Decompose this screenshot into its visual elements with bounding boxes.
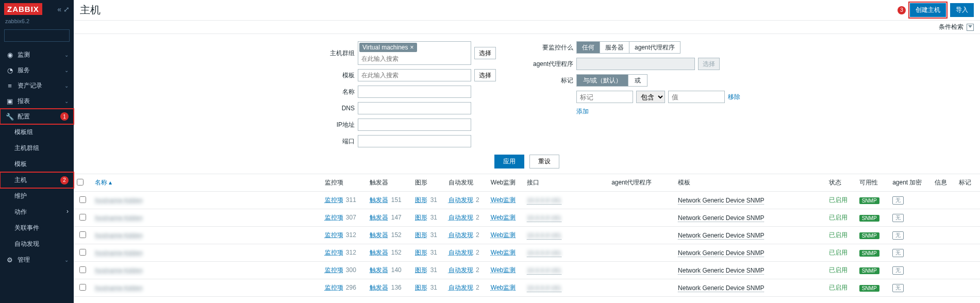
graphs-link[interactable]: 图形 [415,249,427,256]
status-link[interactable]: 已启用 [829,249,848,256]
funnel-icon[interactable] [967,24,974,31]
template-link[interactable]: Network Generic Device SNMP [678,249,764,257]
graphs-link[interactable]: 图形 [415,231,427,239]
status-link[interactable]: 已启用 [829,231,848,239]
nav-sub-7[interactable]: 自动发现 [0,236,74,252]
items-link[interactable]: 监控项 [325,249,343,256]
seg-agent[interactable]: agent代理程序 [629,42,680,53]
triggers-link[interactable]: 触发器 [370,249,388,256]
hostgroup-multiselect[interactable]: Virtual machines × [358,41,471,65]
discovery-link[interactable]: 自动发现 [449,266,473,274]
host-name-link[interactable]: hostname-hidden [95,197,143,204]
host-name-link[interactable]: hostname-hidden [95,267,143,274]
discovery-link[interactable]: 自动发现 [449,249,473,256]
tag-value-input[interactable] [668,91,725,103]
name-input[interactable] [358,86,471,98]
graphs-link[interactable]: 图形 [415,196,427,204]
row-checkbox[interactable] [79,284,86,291]
triggers-link[interactable]: 触发器 [370,266,388,274]
tag-add-link[interactable]: 添加 [576,107,589,116]
web-link[interactable]: Web监测 [491,266,516,274]
nav-sub-2[interactable]: 模板 [0,156,74,172]
template-link[interactable]: Network Generic Device SNMP [678,197,764,205]
interface-cell[interactable]: 10.0.0.0:161 [527,214,561,222]
triggers-link[interactable]: 触发器 [370,231,388,239]
template-link[interactable]: Network Generic Device SNMP [678,267,764,275]
items-link[interactable]: 监控项 [325,214,343,221]
reset-button[interactable]: 重设 [529,155,559,169]
template-link[interactable]: Network Generic Device SNMP [678,214,764,222]
interface-cell[interactable]: 10.0.0.0:161 [527,267,561,275]
nav-item-3[interactable]: ▣报表⌄ [0,93,74,109]
status-link[interactable]: 已启用 [829,284,848,291]
items-link[interactable]: 监控项 [325,231,343,239]
graphs-link[interactable]: 图形 [415,214,427,221]
discovery-link[interactable]: 自动发现 [449,284,473,291]
import-button[interactable]: 导入 [950,3,974,17]
seg-andor[interactable]: 与/或（默认） [577,75,628,86]
nav-item-1[interactable]: ◔服务⌄ [0,62,74,78]
web-link[interactable]: Web监测 [491,214,516,221]
nav-sub-3[interactable]: 主机2 [0,172,74,188]
template-multiselect[interactable] [358,69,471,81]
template-select-button[interactable]: 选择 [474,69,496,81]
row-checkbox[interactable] [79,249,86,256]
template-input[interactable] [358,70,471,81]
template-link[interactable]: Network Generic Device SNMP [678,284,764,292]
nav-sub-4[interactable]: 维护 [0,188,74,204]
host-name-link[interactable]: hostname-hidden [95,249,143,257]
row-checkbox[interactable] [79,266,86,273]
discovery-link[interactable]: 自动发现 [449,231,473,239]
row-checkbox[interactable] [79,214,86,221]
triggers-link[interactable]: 触发器 [370,196,388,204]
web-link[interactable]: Web监测 [491,249,516,256]
global-search[interactable]: 🔍 [4,29,70,42]
interface-cell[interactable]: 10.0.0.0:161 [527,232,561,240]
template-link[interactable]: Network Generic Device SNMP [678,232,764,240]
nav-sub-5[interactable]: 动作› [0,204,74,220]
status-link[interactable]: 已启用 [829,266,848,274]
port-input[interactable] [358,135,471,147]
seg-server[interactable]: 服务器 [600,42,629,53]
web-link[interactable]: Web监测 [491,196,516,204]
interface-cell[interactable]: 10.0.0.0:161 [527,249,561,257]
monitor-segmented[interactable]: 任何 服务器 agent代理程序 [576,41,680,54]
items-link[interactable]: 监控项 [325,196,343,204]
triggers-link[interactable]: 触发器 [370,214,388,221]
filter-toggle-label[interactable]: 条件检索 [939,23,964,31]
remove-chip-icon[interactable]: × [410,44,414,51]
seg-or[interactable]: 或 [628,75,647,86]
hostgroup-select-button[interactable]: 选择 [474,47,496,59]
tag-op-select[interactable]: 包含 [636,91,665,103]
host-name-link[interactable]: hostname-hidden [95,214,143,222]
discovery-link[interactable]: 自动发现 [449,214,473,221]
nav-item-4[interactable]: 🔧配置1⌃ [0,109,74,124]
host-name-link[interactable]: hostname-hidden [95,232,143,239]
interface-cell[interactable]: 10.0.0.0:161 [527,197,561,205]
tags-andor-segmented[interactable]: 与/或（默认） 或 [576,74,647,87]
host-name-link[interactable]: hostname-hidden [95,284,143,292]
nav-sub-1[interactable]: 主机群组 [0,140,74,156]
select-all-checkbox[interactable] [77,179,84,186]
web-link[interactable]: Web监测 [491,284,516,291]
nav-item-2[interactable]: ≡资产记录⌄ [0,78,74,93]
col-name[interactable]: 名称 ▴ [92,174,321,192]
row-checkbox[interactable] [79,231,86,238]
create-host-button[interactable]: 创建主机 [910,3,946,17]
sidebar-toggle-icons[interactable]: « ⤢ [57,5,70,13]
nav-sub-0[interactable]: 模板组 [0,124,74,140]
dns-input[interactable] [358,102,471,114]
discovery-link[interactable]: 自动发现 [449,196,473,204]
apply-button[interactable]: 应用 [494,155,524,169]
items-link[interactable]: 监控项 [325,284,343,291]
row-checkbox[interactable] [79,196,86,203]
triggers-link[interactable]: 触发器 [370,284,388,291]
tag-remove-link[interactable]: 移除 [728,93,740,102]
items-link[interactable]: 监控项 [325,266,343,274]
seg-any[interactable]: 任何 [577,42,600,53]
hostgroup-input[interactable] [358,53,471,64]
graphs-link[interactable]: 图形 [415,266,427,274]
web-link[interactable]: Web监测 [491,231,516,239]
interface-cell[interactable]: 10.0.0.0:161 [527,284,561,292]
graphs-link[interactable]: 图形 [415,284,427,291]
